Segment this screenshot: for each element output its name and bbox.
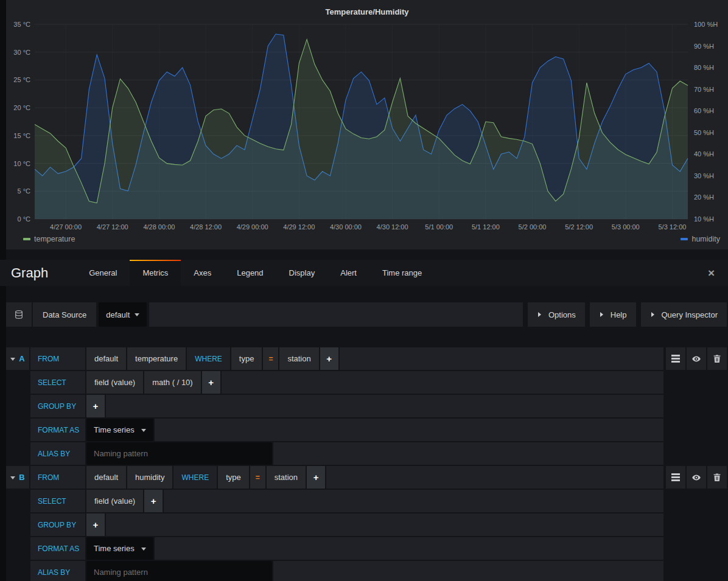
svg-text:60 %H: 60 %H xyxy=(694,107,714,114)
select-field-segment[interactable]: field (value) xyxy=(86,371,143,394)
svg-text:5/3 00:00: 5/3 00:00 xyxy=(612,223,640,230)
svg-text:25 °C: 25 °C xyxy=(13,76,30,83)
from-measurement-segment[interactable]: temperature xyxy=(127,347,186,370)
temperature-color-chip xyxy=(23,238,30,240)
tab-axes[interactable]: Axes xyxy=(181,260,224,286)
where-tag-key-segment[interactable]: type xyxy=(218,466,249,489)
timeseries-chart[interactable]: 4/27 00:004/27 12:004/28 00:004/28 12:00… xyxy=(6,17,728,230)
database-icon xyxy=(6,302,32,327)
datasource-filler xyxy=(149,302,523,327)
add-select-button[interactable]: + xyxy=(144,490,163,512)
chevron-down-icon xyxy=(10,476,15,482)
delete-query-trash-icon[interactable] xyxy=(707,347,727,370)
panel-editor-tabbar: Graph General Metrics Axes Legend Displa… xyxy=(0,260,728,286)
tab-metrics[interactable]: Metrics xyxy=(130,260,181,286)
where-operator-segment[interactable]: = xyxy=(263,347,278,370)
svg-text:10 %H: 10 %H xyxy=(694,215,714,223)
query-block-a: A FROM default temperature WHERE type = … xyxy=(6,347,727,465)
temperature-legend-item[interactable]: temperature xyxy=(23,235,75,243)
alias-by-input[interactable] xyxy=(86,442,272,465)
svg-text:30 °C: 30 °C xyxy=(13,49,30,56)
hamburger-icon xyxy=(671,355,680,363)
svg-text:35 °C: 35 °C xyxy=(13,21,30,28)
add-condition-button[interactable]: + xyxy=(307,466,325,489)
svg-text:4/28 00:00: 4/28 00:00 xyxy=(143,223,175,230)
panel-gap xyxy=(0,249,728,260)
query-a-groupby-row: GROUP BY + xyxy=(6,395,663,417)
query-a-select-row: SELECT field (value) math ( / 10) + xyxy=(6,371,663,394)
datasource-select[interactable]: default xyxy=(99,302,147,327)
add-condition-button[interactable]: + xyxy=(320,347,338,370)
add-group-by-button[interactable]: + xyxy=(86,513,105,536)
where-tag-value-segment[interactable]: station xyxy=(279,347,318,370)
format-as-select[interactable]: Time series xyxy=(86,419,153,441)
chevron-down-icon xyxy=(141,429,146,434)
tab-alert[interactable]: Alert xyxy=(327,260,369,286)
svg-text:5/2 12:00: 5/2 12:00 xyxy=(565,223,593,230)
graph-panel: Temperature/Humidity 4/27 00:004/27 12:0… xyxy=(6,0,728,249)
from-measurement-segment[interactable]: humidity xyxy=(127,466,172,489)
query-b-from-row: B FROM default humidity WHERE type = sta… xyxy=(6,466,727,489)
svg-text:20 %H: 20 %H xyxy=(694,193,714,201)
options-button[interactable]: Options xyxy=(528,302,585,327)
query-ref-letter: B xyxy=(19,473,24,482)
tab-display[interactable]: Display xyxy=(276,260,328,286)
alias-by-label: ALIAS BY xyxy=(30,561,85,581)
alias-by-input[interactable] xyxy=(86,561,272,581)
svg-text:100 %H: 100 %H xyxy=(694,21,718,28)
query-a-collapse-toggle[interactable]: A xyxy=(6,347,29,370)
close-icon[interactable]: × xyxy=(708,260,715,286)
row-filler xyxy=(164,490,663,512)
select-field-segment[interactable]: field (value) xyxy=(86,490,143,512)
svg-text:5/3 12:00: 5/3 12:00 xyxy=(659,223,687,230)
where-tag-value-segment[interactable]: station xyxy=(267,466,306,489)
metrics-editor: Data Source default Options Help Query I… xyxy=(0,286,728,581)
svg-text:80 %H: 80 %H xyxy=(694,64,714,71)
svg-text:4/30 00:00: 4/30 00:00 xyxy=(330,223,362,230)
from-datasource-segment[interactable]: default xyxy=(86,466,126,489)
humidity-legend-item[interactable]: humidity xyxy=(681,235,720,243)
temperature-legend-label: temperature xyxy=(34,235,75,243)
svg-text:90 %H: 90 %H xyxy=(694,43,714,50)
query-b-groupby-row: GROUP BY + xyxy=(6,513,663,536)
where-keyword[interactable]: WHERE xyxy=(173,466,217,489)
tab-time-range[interactable]: Time range xyxy=(369,260,435,286)
row-filler xyxy=(273,442,663,465)
help-button[interactable]: Help xyxy=(590,302,636,327)
toggle-visibility-eye-icon[interactable] xyxy=(687,466,706,489)
toggle-visibility-eye-icon[interactable] xyxy=(687,347,706,370)
where-operator-segment[interactable]: = xyxy=(250,466,265,489)
options-label: Options xyxy=(548,310,576,319)
datasource-label: Data Source xyxy=(33,302,96,327)
add-group-by-button[interactable]: + xyxy=(86,395,105,417)
row-filler xyxy=(326,466,663,489)
humidity-legend-label: humidity xyxy=(691,235,720,243)
where-tag-key-segment[interactable]: type xyxy=(231,347,262,370)
select-math-segment[interactable]: math ( / 10) xyxy=(144,371,200,394)
side-strip xyxy=(0,0,6,581)
format-as-value: Time series xyxy=(94,544,135,553)
chevron-right-icon xyxy=(651,312,657,317)
tab-legend[interactable]: Legend xyxy=(224,260,276,286)
query-menu-icon[interactable] xyxy=(666,347,685,370)
chevron-down-icon xyxy=(135,313,139,319)
chart-legend: temperature humidity xyxy=(6,235,728,243)
from-datasource-segment[interactable]: default xyxy=(86,347,126,370)
format-as-select[interactable]: Time series xyxy=(86,537,153,560)
format-as-value: Time series xyxy=(94,425,135,434)
where-keyword[interactable]: WHERE xyxy=(187,347,230,370)
svg-text:4/29 00:00: 4/29 00:00 xyxy=(237,223,268,230)
query-b-collapse-toggle[interactable]: B xyxy=(6,466,29,489)
panel-title[interactable]: Temperature/Humidity xyxy=(6,0,728,16)
add-select-button[interactable]: + xyxy=(202,371,220,394)
svg-text:4/27 12:00: 4/27 12:00 xyxy=(97,223,128,230)
svg-text:4/30 12:00: 4/30 12:00 xyxy=(377,223,408,230)
query-inspector-button[interactable]: Query Inspector xyxy=(641,302,727,327)
query-menu-icon[interactable] xyxy=(666,466,685,489)
query-inspector-label: Query Inspector xyxy=(662,310,718,319)
query-a-from-row: A FROM default temperature WHERE type = … xyxy=(6,347,727,370)
chevron-down-icon xyxy=(10,358,15,363)
delete-query-trash-icon[interactable] xyxy=(707,466,727,489)
tab-general[interactable]: General xyxy=(76,260,130,286)
svg-text:5/1 00:00: 5/1 00:00 xyxy=(425,223,453,230)
